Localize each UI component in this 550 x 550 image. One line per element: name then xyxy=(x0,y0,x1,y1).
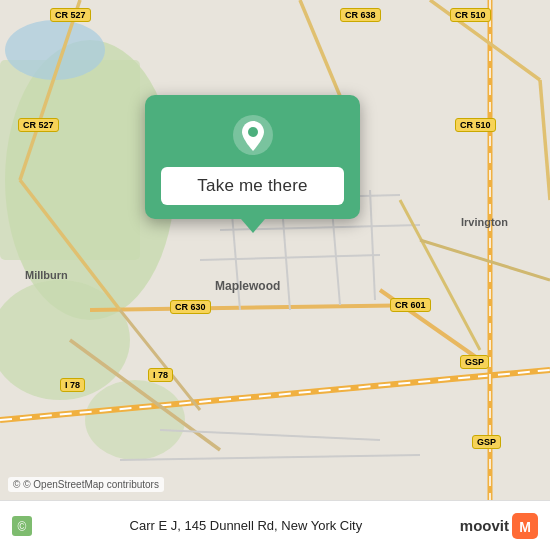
label-cr527-top: CR 527 xyxy=(50,8,91,22)
moovit-text: moovit xyxy=(460,517,509,534)
label-cr638-top: CR 638 xyxy=(340,8,381,22)
label-cr510-right: CR 510 xyxy=(455,118,496,132)
location-pin-icon xyxy=(231,113,275,157)
take-me-there-button[interactable]: Take me there xyxy=(161,167,344,205)
label-cr510-top: CR 510 xyxy=(450,8,491,22)
label-cr630: CR 630 xyxy=(170,300,211,314)
label-i78-left: I 78 xyxy=(60,378,85,392)
popup-card: Take me there xyxy=(145,95,360,219)
footer-left: © xyxy=(12,516,32,536)
moovit-logo: moovit M xyxy=(460,513,538,539)
map-container: CR 527 CR 638 CR 510 CR 527 638 CR 510 C… xyxy=(0,0,550,500)
svg-text:M: M xyxy=(519,519,531,535)
label-maplewood: Maplewood xyxy=(212,278,283,294)
svg-text:©: © xyxy=(18,520,27,534)
map-background xyxy=(0,0,550,500)
footer-bar: © Carr E J, 145 Dunnell Rd, New York Cit… xyxy=(0,500,550,550)
footer-address: Carr E J, 145 Dunnell Rd, New York City xyxy=(32,518,460,533)
svg-rect-2 xyxy=(0,60,140,260)
label-millburn: Millburn xyxy=(22,268,71,282)
svg-point-4 xyxy=(85,380,185,460)
osm-logo-icon: © xyxy=(12,516,32,536)
label-gsp-top: GSP xyxy=(460,355,489,369)
label-i78-right: I 78 xyxy=(148,368,173,382)
svg-point-32 xyxy=(248,127,258,137)
label-cr601: CR 601 xyxy=(390,298,431,312)
moovit-icon: M xyxy=(512,513,538,539)
label-irvington: Irvington xyxy=(458,215,511,229)
label-cr527-mid: CR 527 xyxy=(18,118,59,132)
label-gsp-bottom: GSP xyxy=(472,435,501,449)
osm-credit: © © OpenStreetMap contributors xyxy=(8,477,164,492)
